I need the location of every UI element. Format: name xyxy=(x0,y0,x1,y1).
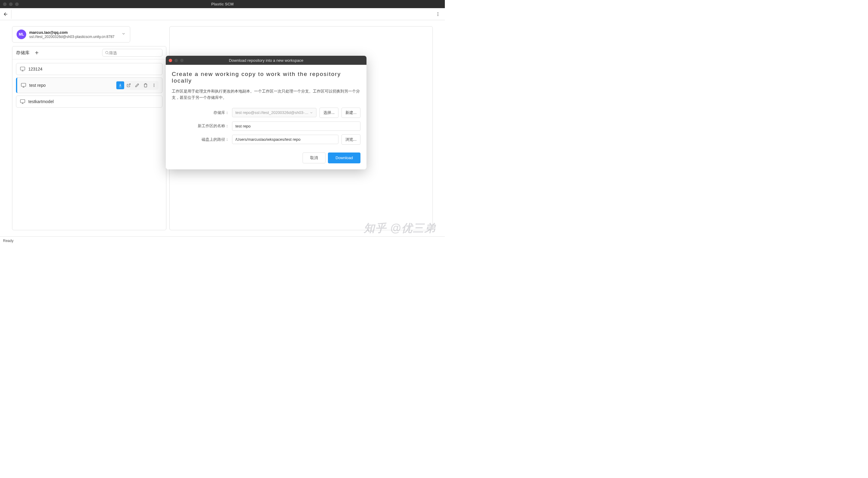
close-window-icon[interactable] xyxy=(3,2,7,6)
browse-button[interactable]: 浏览... xyxy=(341,134,361,145)
cancel-button[interactable]: 取消 xyxy=(303,153,326,163)
account-selector[interactable]: ML marcus.lao@qq.com ssl://test_20200326… xyxy=(12,26,130,42)
search-input[interactable] xyxy=(109,51,160,55)
open-external-button[interactable] xyxy=(125,82,133,89)
svg-point-2 xyxy=(438,15,438,16)
download-button[interactable]: Download xyxy=(328,153,361,163)
account-server: ssl://test_20200326d@sh03-plasticscm.uni… xyxy=(29,35,119,39)
search-icon xyxy=(105,50,109,55)
svg-point-6 xyxy=(154,84,154,85)
modal-heading: Create a new working copy to work with t… xyxy=(172,71,361,84)
watermark: 知乎 @优三弟 xyxy=(364,221,436,236)
svg-point-0 xyxy=(438,12,438,13)
repo-name: testkartmodel xyxy=(28,99,158,104)
delete-repo-button[interactable] xyxy=(142,82,150,89)
external-link-icon xyxy=(127,83,131,87)
minimize-window-icon[interactable] xyxy=(9,2,13,6)
pencil-icon xyxy=(135,83,139,87)
download-repo-button[interactable] xyxy=(116,82,124,89)
repo-field-label: 存储库： xyxy=(172,110,229,116)
panel-title: 存储库 xyxy=(16,50,30,56)
workspace-name-input[interactable] xyxy=(232,122,361,131)
window-titlebar: Plastic SCM xyxy=(0,0,445,8)
modal-description: 工作区是用于处理文件和执行更改的本地副本。一个工作区一次只处理一个分支。工作区可… xyxy=(172,88,361,101)
download-icon xyxy=(118,83,122,87)
edit-repo-button[interactable] xyxy=(133,82,141,89)
repo-item-selected[interactable]: test repo xyxy=(16,77,162,93)
maximize-window-icon[interactable] xyxy=(15,2,19,6)
svg-point-8 xyxy=(154,86,154,87)
add-repo-button[interactable] xyxy=(33,49,40,56)
monitor-icon xyxy=(20,66,25,72)
svg-rect-4 xyxy=(21,67,25,70)
modal-maximize-icon xyxy=(180,59,184,62)
svg-point-3 xyxy=(105,51,108,54)
modal-close-icon[interactable] xyxy=(169,59,172,62)
more-repo-button[interactable] xyxy=(150,82,158,89)
monitor-icon xyxy=(21,83,26,88)
status-bar: Ready xyxy=(0,236,445,245)
avatar: ML xyxy=(17,30,26,39)
repo-select[interactable]: test repo@ssl://test_20200326d@sh03-plas xyxy=(232,108,316,117)
new-repo-button[interactable]: 新建... xyxy=(341,107,361,118)
chevron-down-icon xyxy=(121,32,126,37)
path-input[interactable] xyxy=(232,135,338,144)
status-text: Ready xyxy=(3,239,13,243)
toolbar xyxy=(0,8,445,20)
svg-rect-5 xyxy=(22,83,26,87)
window-title: Plastic SCM xyxy=(211,2,234,6)
workspace-name-label: 新工作区的名称： xyxy=(172,123,229,129)
download-modal: Download repository into a new workspace… xyxy=(166,56,367,169)
repo-item[interactable]: testkartmodel xyxy=(16,96,162,107)
modal-titlebar: Download repository into a new workspace xyxy=(166,56,367,65)
kebab-icon xyxy=(152,83,156,87)
account-email: marcus.lao@qq.com xyxy=(29,30,119,35)
select-repo-button[interactable]: 选择... xyxy=(319,107,338,118)
arrow-left-icon xyxy=(3,11,8,17)
monitor-icon xyxy=(20,99,25,104)
path-label: 磁盘上的路径： xyxy=(172,137,229,142)
back-button[interactable] xyxy=(2,10,11,19)
svg-point-1 xyxy=(438,13,438,14)
trash-icon xyxy=(144,83,148,87)
svg-rect-9 xyxy=(21,99,25,103)
menu-button[interactable] xyxy=(433,10,442,19)
repo-name: test repo xyxy=(29,83,113,88)
kebab-icon xyxy=(435,12,440,17)
repo-name: 123124 xyxy=(28,67,158,71)
modal-title: Download repository into a new workspace xyxy=(229,58,303,63)
search-field[interactable] xyxy=(102,49,162,57)
repo-item[interactable]: 123124 xyxy=(16,63,162,75)
svg-point-7 xyxy=(154,85,154,86)
modal-minimize-icon xyxy=(175,59,178,62)
plus-icon xyxy=(34,50,39,56)
chevron-down-icon xyxy=(310,111,313,115)
repositories-panel: 存储库 123124 test repo xyxy=(12,46,166,230)
